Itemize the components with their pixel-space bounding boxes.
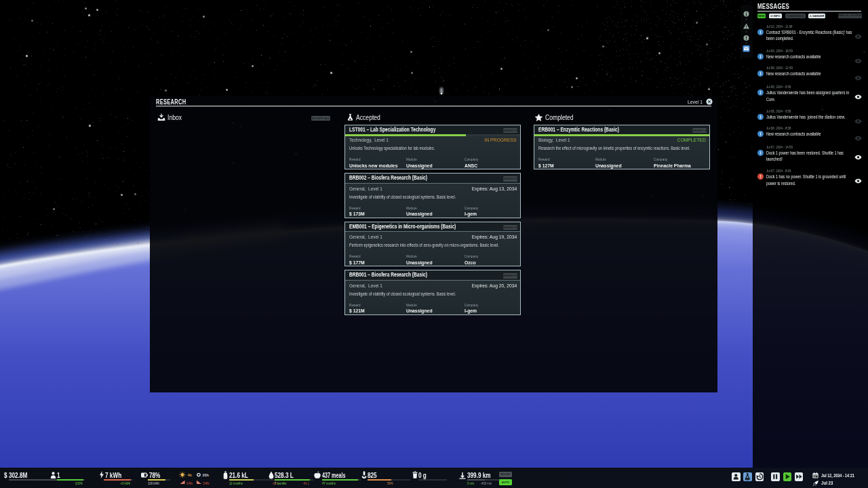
svg-text:14h: 14h: [186, 481, 193, 485]
svg-text:0: 0: [746, 30, 747, 33]
svg-text:4h: 4h: [188, 473, 193, 477]
svg-text:3: 3: [746, 18, 747, 21]
svg-text:14h: 14h: [203, 481, 210, 485]
svg-text:1: 1: [746, 42, 747, 45]
svg-text:20h: 20h: [203, 473, 210, 477]
